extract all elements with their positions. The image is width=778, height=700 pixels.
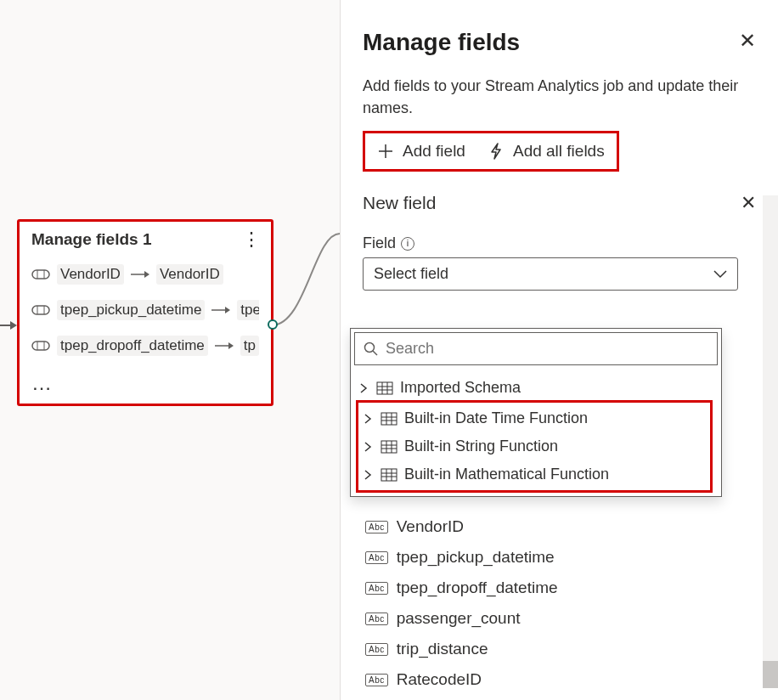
svg-rect-21: [377, 382, 392, 394]
column-item[interactable]: AbcRatecodeID: [360, 664, 734, 695]
column-icon: [31, 268, 50, 281]
column-item[interactable]: Abctpep_pickup_datetime: [360, 542, 734, 573]
tree-item-imported-schema[interactable]: Imported Schema: [351, 374, 721, 402]
table-icon: [376, 381, 393, 395]
svg-rect-7: [32, 306, 49, 314]
field-label: Field i: [363, 234, 756, 252]
column-item[interactable]: Abctrip_distance: [360, 634, 734, 664]
search-icon: [364, 342, 379, 357]
arrow-right-icon: [211, 305, 230, 315]
string-type-icon: Abc: [365, 551, 388, 564]
highlighted-tree-group: Built-in Date Time Function Built-in Str…: [356, 400, 713, 493]
chevron-right-icon: [359, 382, 369, 394]
search-input[interactable]: [386, 340, 708, 358]
string-type-icon: Abc: [365, 674, 388, 686]
string-type-icon: Abc: [365, 582, 388, 595]
lightning-icon: [488, 142, 505, 161]
add-field-button[interactable]: Add field: [377, 142, 465, 161]
tree-item-datetime-fn[interactable]: Built-in Date Time Function: [358, 404, 710, 432]
add-all-fields-button[interactable]: Add all fields: [488, 142, 605, 161]
field-mapping-row: VendorID VendorID: [31, 264, 259, 285]
arrow-right-icon: [215, 341, 234, 351]
incoming-edge-arrow-icon: [0, 319, 17, 332]
canvas: Manage fields 1 ⋮ VendorID VendorID tpep…: [0, 0, 340, 700]
chevron-down-icon: [713, 270, 727, 279]
string-type-icon: Abc: [365, 643, 388, 656]
field-picker-popup: Imported Schema Built-in Date Time Funct…: [350, 328, 722, 497]
svg-marker-1: [10, 321, 17, 330]
column-icon: [31, 303, 50, 317]
chevron-right-icon: [364, 441, 374, 453]
search-input-wrapper[interactable]: [354, 332, 718, 365]
svg-rect-26: [381, 413, 397, 425]
table-icon: [381, 440, 397, 454]
table-icon: [381, 468, 397, 482]
select-field-dropdown[interactable]: Select field: [363, 257, 738, 291]
svg-rect-2: [32, 270, 49, 279]
node-title: Manage fields 1: [31, 230, 152, 249]
svg-point-19: [365, 342, 375, 352]
plus-icon: [377, 143, 394, 160]
column-item[interactable]: Abcpassenger_count: [360, 603, 734, 634]
tree-item-math-fn[interactable]: Built-in Mathematical Function: [358, 460, 710, 488]
new-field-heading: New field: [363, 193, 436, 213]
svg-marker-11: [225, 307, 230, 313]
chevron-right-icon: [364, 413, 374, 425]
scrollbar-thumb[interactable]: [763, 661, 778, 688]
column-item[interactable]: AbcVendorID: [360, 511, 734, 542]
output-port[interactable]: [268, 319, 278, 330]
chevron-right-icon: [364, 469, 374, 481]
field-mapping-row: tpep_dropoff_datetime tp: [31, 336, 259, 356]
fields-toolbar: Add field Add all fields: [363, 131, 619, 172]
svg-rect-12: [32, 342, 49, 350]
string-type-icon: Abc: [365, 521, 388, 533]
svg-rect-31: [381, 441, 397, 453]
svg-marker-16: [228, 342, 234, 349]
close-panel-icon[interactable]: ✕: [739, 29, 756, 53]
close-new-field-icon[interactable]: ✕: [741, 192, 756, 214]
manage-fields-node[interactable]: Manage fields 1 ⋮ VendorID VendorID tpep…: [17, 219, 273, 406]
node-more-menu-icon[interactable]: ⋮: [242, 230, 259, 249]
scrollbar[interactable]: [763, 195, 778, 688]
info-icon[interactable]: i: [401, 237, 414, 251]
arrow-right-icon: [131, 269, 149, 279]
string-type-icon: Abc: [365, 612, 388, 625]
tree-item-string-fn[interactable]: Built-in String Function: [358, 432, 710, 460]
svg-line-20: [373, 351, 377, 355]
columns-list: AbcVendorID Abctpep_pickup_datetime Abct…: [360, 511, 734, 695]
table-icon: [381, 412, 397, 426]
schema-tree: Imported Schema Built-in Date Time Funct…: [351, 369, 721, 496]
field-mapping-row: tpep_pickup_datetime tpe: [31, 300, 259, 320]
column-icon: [31, 339, 50, 353]
svg-rect-36: [381, 469, 397, 481]
panel-title: Manage fields: [363, 29, 520, 56]
column-item[interactable]: Abctpep_dropoff_datetime: [360, 573, 734, 603]
panel-description: Add fields to your Stream Analytics job …: [363, 75, 756, 119]
more-rows-icon[interactable]: …: [31, 371, 259, 398]
svg-marker-6: [144, 271, 149, 278]
